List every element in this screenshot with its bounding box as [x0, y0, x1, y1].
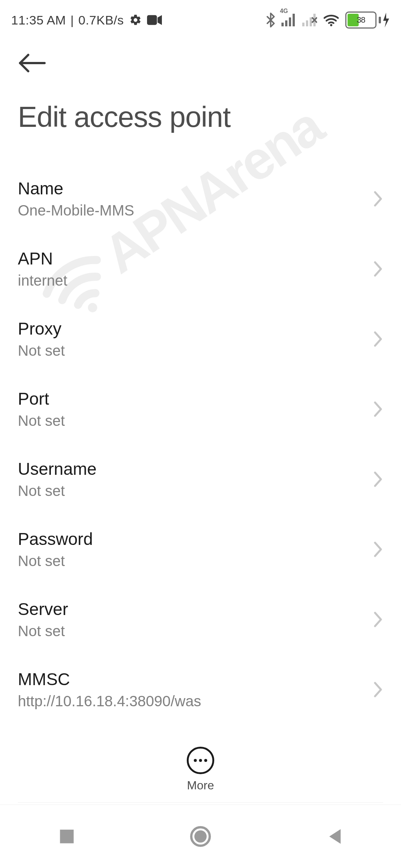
status-right: 4G 38: [266, 11, 390, 29]
chevron-right-icon: [373, 470, 383, 488]
app-bar: [0, 35, 401, 74]
setting-apn[interactable]: APN internet: [0, 234, 401, 304]
setting-value: internet: [18, 272, 67, 289]
setting-server[interactable]: Server Not set: [0, 584, 401, 654]
setting-value: Not set: [18, 483, 97, 499]
nav-back-button[interactable]: [268, 828, 400, 845]
wifi-icon: [323, 13, 339, 27]
setting-value: Not set: [18, 412, 65, 429]
settings-list-viewport: Name One-Mobile-MMS APN internet Proxy N…: [0, 156, 401, 809]
divider: [18, 802, 383, 803]
setting-value: Not set: [18, 553, 93, 569]
camera-icon: [147, 14, 162, 26]
svg-rect-11: [60, 830, 74, 844]
battery-indicator: 38: [345, 11, 390, 29]
circle-icon: [190, 826, 211, 847]
settings-list: Name One-Mobile-MMS APN internet Proxy N…: [0, 164, 401, 795]
nav-recents-button[interactable]: [1, 828, 133, 845]
gear-icon: [129, 14, 142, 26]
setting-label: Username: [18, 459, 97, 479]
more-icon: [187, 747, 214, 774]
svg-rect-7: [310, 17, 312, 26]
setting-label: Password: [18, 529, 93, 549]
system-nav-bar: [0, 805, 401, 868]
battery-percent: 38: [346, 15, 375, 25]
chevron-right-icon: [373, 190, 383, 208]
chevron-right-icon: [373, 540, 383, 558]
setting-value: Not set: [18, 623, 68, 640]
charging-icon: [382, 13, 390, 27]
page-title: Edit access point: [18, 100, 401, 134]
square-icon: [58, 828, 75, 845]
back-arrow-icon[interactable]: [18, 53, 46, 73]
nav-home-button[interactable]: [134, 826, 267, 847]
svg-rect-0: [147, 15, 157, 25]
setting-value: One-Mobile-MMS: [18, 202, 134, 219]
setting-label: Port: [18, 389, 65, 409]
svg-point-9: [330, 24, 332, 26]
setting-name[interactable]: Name One-Mobile-MMS: [0, 164, 401, 234]
chevron-right-icon: [373, 681, 383, 698]
cellular-label: 4G: [280, 8, 288, 14]
chevron-right-icon: [373, 611, 383, 628]
bluetooth-icon: [266, 13, 276, 27]
svg-point-13: [194, 830, 206, 842]
setting-label: Server: [18, 599, 68, 619]
chevron-right-icon: [373, 330, 383, 348]
more-bar: More: [0, 736, 401, 803]
setting-value: http://10.16.18.4:38090/was: [18, 693, 201, 710]
svg-rect-6: [306, 20, 308, 26]
more-label: More: [187, 779, 214, 792]
svg-rect-1: [281, 23, 284, 26]
clock-text: 11:35 AM: [11, 13, 66, 27]
cellular-signal-1-icon: 4G: [281, 14, 296, 26]
svg-rect-5: [302, 23, 304, 26]
setting-label: APN: [18, 249, 67, 269]
setting-proxy[interactable]: Proxy Not set: [0, 304, 401, 374]
status-left: 11:35 AM | 0.7KB/s: [11, 13, 162, 27]
chevron-right-icon: [373, 400, 383, 418]
svg-rect-3: [289, 17, 291, 26]
setting-port[interactable]: Port Not set: [0, 374, 401, 444]
svg-rect-2: [285, 20, 287, 26]
setting-label: Name: [18, 178, 134, 198]
netspeed-text: 0.7KB/s: [78, 13, 124, 27]
svg-rect-4: [293, 14, 295, 26]
chevron-right-icon: [373, 260, 383, 278]
more-button[interactable]: More: [187, 747, 214, 792]
status-time: 11:35 AM | 0.7KB/s: [11, 13, 124, 27]
setting-label: Proxy: [18, 319, 65, 339]
setting-label: MMSC: [18, 669, 201, 689]
setting-password[interactable]: Password Not set: [0, 514, 401, 584]
cellular-signal-2-icon: [302, 14, 317, 26]
setting-username[interactable]: Username Not set: [0, 444, 401, 514]
setting-mmsc[interactable]: MMSC http://10.16.18.4:38090/was: [0, 654, 401, 724]
triangle-left-icon: [326, 828, 342, 845]
setting-value: Not set: [18, 342, 65, 359]
status-separator: |: [71, 13, 74, 27]
status-bar: 11:35 AM | 0.7KB/s 4G 38: [0, 0, 401, 35]
